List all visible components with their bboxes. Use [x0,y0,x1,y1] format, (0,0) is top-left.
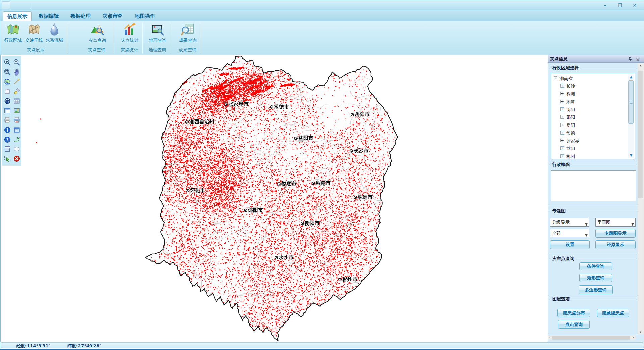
close-button[interactable]: ✕ [630,2,639,8]
scroll-down-icon[interactable]: ∨ [638,329,644,334]
hazard-distribution-button[interactable]: 隐患点分布 [557,309,590,317]
info-icon[interactable] [4,126,12,134]
map-canvas[interactable] [1,55,547,342]
ribbon-separator [201,22,201,53]
city-marker [277,182,281,186]
map-area[interactable]: ? 张家界市常德市岳阳市湘西自治州益阳市长沙市娄底市湘潭市株洲市怀化市邵阳市衡阳… [0,55,547,342]
ribbon-group-caption: 成果查询 [171,47,204,54]
city-marker [351,113,354,116]
tree-expand-icon[interactable]: + [560,107,564,111]
zoom-in-icon[interactable] [4,59,12,67]
tab-2[interactable]: 数据编辑 [36,11,62,21]
ribbon-toolbar: 行政区域交通干线水系流域灾点展示灾点查询灾点查询灾点统计灾点统计地理查询地理查询… [0,21,644,55]
city-label: 张家界市 [228,101,249,107]
tree-expand-icon[interactable]: − [554,76,557,80]
disaster-query-label: 灾害点查询 [551,256,576,261]
line-draw-icon[interactable] [13,78,21,86]
ribbon-group-caption: 地理查询 [141,47,174,54]
plan-type-combo[interactable]: 平面图▼ [595,218,636,227]
tree-scrollbar[interactable]: ▲ ▼ [628,74,634,158]
settings-button[interactable]: 设置 [550,240,590,249]
admin-region-map-icon [6,22,20,37]
city-marker [224,103,228,106]
click-query-button[interactable]: 点击查询 [558,320,590,329]
thematic-show-button[interactable]: 专题图显示 [595,229,636,238]
overview-group: 行政概况 [549,165,637,205]
region-tree[interactable]: −湖南省+长沙+株洲+湘潭+衡阳+邵阳+岳阳+常德+张家界+益阳+郴州▲ ▼ [551,73,635,159]
quick-access-box[interactable] [2,1,10,9]
city-marker [270,105,273,109]
tree-expand-icon[interactable]: + [560,154,564,158]
brush-icon[interactable] [13,88,21,96]
tree-expand-icon[interactable]: + [560,131,564,135]
condition-query-button[interactable]: 条件查询 [579,262,612,270]
attribute-table-icon[interactable] [13,97,21,105]
minimize-button[interactable]: – [601,2,609,8]
polygon-shape-icon[interactable] [4,88,12,96]
tab-3[interactable]: 数据处理 [67,11,94,21]
scroll-left-icon[interactable]: ‹ [548,335,552,340]
zoom-out-icon[interactable] [13,59,21,67]
tree-expand-icon[interactable]: + [560,100,564,103]
pin-icon[interactable] [628,57,633,62]
layer-view-label: 图层查看 [551,296,571,302]
ribbon-button-成果查询[interactable]: 成果查询 [175,22,201,46]
tree-scroll-up-icon[interactable]: ▲ [628,74,634,80]
panel-window-icon[interactable] [13,126,21,134]
all-combo[interactable]: 全部▼ [550,229,589,237]
tree-expand-icon[interactable]: + [560,123,564,127]
scroll-up-icon[interactable]: ∧ [638,63,644,69]
tree-expand-icon[interactable]: + [560,92,564,95]
city-label: 郴州市 [342,276,358,283]
city-marker [301,222,304,225]
ribbon-button-灾点统计[interactable]: 灾点统计 [117,22,143,46]
refresh-swirl-icon[interactable] [4,97,12,105]
grade-display-combo[interactable]: 分级显示▼ [550,218,589,227]
tab-5[interactable]: 地图操作 [131,11,158,21]
hide-hazard-button[interactable]: 隐藏隐患点 [597,309,629,317]
tree-expand-icon[interactable]: + [560,84,564,88]
help-icon[interactable]: ? [4,136,12,144]
measure-pen-icon[interactable] [13,136,21,144]
polygon-query-button[interactable]: 多边形查询 [579,285,613,294]
tree-expand-icon[interactable]: + [560,115,564,119]
panel-close-icon[interactable]: ✕ [636,56,641,61]
printer-icon[interactable] [4,116,12,124]
ellipse-tool-icon[interactable] [13,145,21,153]
restore-display-button[interactable]: 还原显示 [595,240,636,249]
select-cursor-icon[interactable] [4,155,12,163]
city-label: 长沙市 [354,148,369,154]
zoom-extent-icon[interactable] [4,68,12,77]
scroll-right-icon[interactable]: › [631,335,636,340]
ribbon-separator [67,22,67,53]
tab-4[interactable]: 灾点审查 [99,11,126,21]
overview-textarea[interactable] [551,170,636,201]
map-search-icon [151,22,165,37]
panel-title: 灾点信息 [550,56,568,61]
print-preview-icon[interactable] [13,116,21,124]
restore-button[interactable]: ❐ [615,2,624,8]
image-view-icon[interactable] [13,107,21,115]
tab-1[interactable]: 信息展示 [3,11,32,21]
tree-expand-icon[interactable]: + [560,146,564,150]
panel-horizontal-scrollbar[interactable]: ‹ › [548,335,636,340]
tree-scroll-down-icon[interactable]: ▼ [628,153,634,158]
ribbon-button-地理查询[interactable]: 地理查询 [145,22,170,46]
rectangle-query-button[interactable]: 矩形查询 [579,274,612,282]
tree-expand-icon[interactable]: + [560,139,564,142]
city-marker [275,256,278,259]
ribbon-group-caption: 灾点展示 [19,47,52,54]
traffic-lines-map-icon [27,22,41,37]
svg-text:?: ? [6,137,9,142]
city-label: 岳阳市 [355,111,370,118]
ribbon-button-水系流域[interactable]: 水系流域 [42,22,67,46]
rectangle-tool-icon[interactable] [4,145,12,153]
layout-window-icon[interactable] [4,107,12,115]
delete-cross-icon[interactable] [13,155,21,163]
globe-icon[interactable] [4,78,12,86]
city-marker [350,149,353,153]
ribbon-button-灾点查询[interactable]: 灾点查询 [85,22,110,46]
title-cursor [30,3,30,8]
panel-vertical-scrollbar[interactable]: ∧ ∨ [638,63,644,334]
pan-hand-icon[interactable] [13,68,21,77]
